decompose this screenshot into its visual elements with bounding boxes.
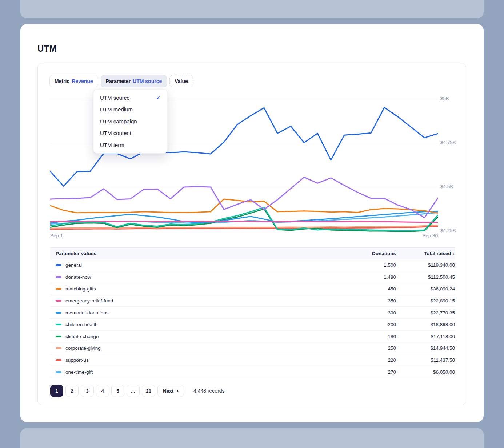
chart-line-donate-now <box>50 177 438 218</box>
series-color-swatch <box>56 288 61 290</box>
total-raised-value: $6,050.00 <box>396 369 455 375</box>
table-body: general1,500$119,340.00donate-now1,480$1… <box>50 259 455 378</box>
dropdown-item-utm-medium[interactable]: UTM medium <box>93 104 167 116</box>
series-color-swatch <box>56 336 61 337</box>
parameter-value-cell: donate-now <box>50 274 341 280</box>
column-header-donations[interactable]: Donations <box>341 251 396 256</box>
donations-value: 1,500 <box>341 262 396 268</box>
dropdown-item-label: UTM campaign <box>100 118 137 124</box>
table-header-row: Parameter values Donations Total raised↓ <box>50 247 455 259</box>
donations-value: 220 <box>341 357 396 363</box>
parameter-value-cell: emergency-relief-fund <box>50 298 341 304</box>
y-axis-label: $4.75K <box>440 140 466 145</box>
series-color-swatch <box>56 300 61 302</box>
parameter-value-label: matching-gifts <box>65 286 96 292</box>
total-raised-value: $11,437.50 <box>396 357 455 363</box>
page-button-5[interactable]: 5 <box>111 385 124 397</box>
donations-value: 250 <box>341 345 396 351</box>
utm-report-panel: Metric Revenue Parameter UTM source Valu… <box>37 63 466 405</box>
parameter-values-table: Parameter values Donations Total raised↓… <box>50 247 455 378</box>
dropdown-item-utm-campaign[interactable]: UTM campaign <box>93 115 167 127</box>
sort-desc-icon: ↓ <box>453 251 455 256</box>
total-raised-value: $112,500.45 <box>396 274 455 280</box>
donations-value: 450 <box>341 286 396 292</box>
y-axis-label: $4.25K <box>440 228 466 233</box>
table-row[interactable]: donate-now1,480$112,500.45 <box>50 271 455 284</box>
parameter-value-cell: one-time-gift <box>50 369 341 375</box>
parameter-value-label: memorial-donations <box>65 310 109 316</box>
page-button-21[interactable]: 21 <box>142 385 155 397</box>
parameter-value-cell: memorial-donations <box>50 310 341 316</box>
total-raised-value: $119,340.00 <box>396 262 455 268</box>
total-raised-value: $22,890.15 <box>396 298 455 304</box>
series-color-swatch <box>56 312 61 314</box>
parameter-dropdown-menu: UTM source✓UTM mediumUTM campaignUTM con… <box>93 89 168 154</box>
chevron-right-icon: › <box>176 388 179 394</box>
check-icon: ✓ <box>156 94 161 101</box>
donations-value: 1,480 <box>341 274 396 280</box>
parameter-value-label: children-health <box>65 322 98 327</box>
dropdown-item-label: UTM source <box>100 95 130 101</box>
table-row[interactable]: general1,500$119,340.00 <box>50 259 455 271</box>
dropdown-item-label: UTM content <box>100 130 131 136</box>
table-row[interactable]: one-time-gift270$6,050.00 <box>50 366 455 378</box>
table-row[interactable]: matching-gifts450$36,090.24 <box>50 283 455 295</box>
series-color-swatch <box>56 347 61 349</box>
column-header-total-raised[interactable]: Total raised↓ <box>396 251 455 256</box>
parameter-value-label: support-us <box>65 357 89 363</box>
donations-value: 300 <box>341 310 396 316</box>
parameter-value-cell: corporate-giving <box>50 345 341 351</box>
chart-line-one-time-gift <box>50 213 438 224</box>
chart-line-matching-gifts <box>50 199 438 213</box>
donations-value: 200 <box>341 322 396 327</box>
pagination: 12345...21 Next › 4,448 records <box>50 385 225 397</box>
table-row[interactable]: support-us220$11,437.50 <box>50 354 455 366</box>
donations-value: 270 <box>341 369 396 375</box>
parameter-value-cell: children-health <box>50 322 341 327</box>
y-axis-label: $5K <box>440 96 466 101</box>
page-button-4[interactable]: 4 <box>96 385 109 397</box>
parameter-value-cell: general <box>50 262 341 268</box>
parameter-value-cell: support-us <box>50 357 341 363</box>
parameter-value-label: donate-now <box>65 274 91 280</box>
y-axis-label: $4.5K <box>440 184 466 189</box>
dropdown-item-label: UTM term <box>100 142 124 148</box>
donations-value: 350 <box>341 298 396 304</box>
series-color-swatch <box>56 264 61 266</box>
page-button-1[interactable]: 1 <box>50 385 63 397</box>
dropdown-item-utm-term[interactable]: UTM term <box>93 139 167 151</box>
page-ellipsis-button[interactable]: ... <box>127 385 140 397</box>
parameter-value-label: one-time-gift <box>65 369 93 375</box>
page-button-3[interactable]: 3 <box>81 385 94 397</box>
donations-value: 180 <box>341 334 396 339</box>
bottom-app-band <box>20 428 484 448</box>
next-page-button[interactable]: Next › <box>157 385 184 397</box>
x-axis-start-label: Sep 1 <box>50 233 63 238</box>
table-row[interactable]: emergency-relief-fund350$22,890.15 <box>50 295 455 307</box>
page-title: UTM <box>37 44 57 54</box>
parameter-value-label: emergency-relief-fund <box>65 298 113 304</box>
parameter-value-label: climate-change <box>65 334 99 339</box>
parameter-value-label: corporate-giving <box>65 345 101 351</box>
total-raised-value: $22,770.35 <box>396 310 455 316</box>
top-app-band <box>20 0 484 18</box>
parameter-value-cell: matching-gifts <box>50 286 341 292</box>
dropdown-item-utm-source[interactable]: UTM source✓ <box>93 92 167 104</box>
table-row[interactable]: climate-change180$17,118.00 <box>50 331 455 343</box>
series-color-swatch <box>56 276 61 278</box>
parameter-value-cell: climate-change <box>50 334 341 339</box>
total-raised-value: $14,944.50 <box>396 345 455 351</box>
page-button-2[interactable]: 2 <box>65 385 79 397</box>
dropdown-item-utm-content[interactable]: UTM content <box>93 127 167 139</box>
table-row[interactable]: corporate-giving250$14,944.50 <box>50 342 455 354</box>
total-raised-value: $18,898.00 <box>396 322 455 327</box>
table-row[interactable]: memorial-donations300$22,770.35 <box>50 307 455 319</box>
page-buttons: 12345...21 <box>50 385 155 397</box>
series-color-swatch <box>56 359 61 361</box>
x-axis-end-label: Sep 30 <box>416 233 438 238</box>
table-row[interactable]: children-health200$18,898.00 <box>50 319 455 331</box>
series-color-swatch <box>56 371 61 373</box>
total-raised-value: $17,118.00 <box>396 334 455 339</box>
column-header-parameter-values[interactable]: Parameter values <box>50 251 341 256</box>
dropdown-item-label: UTM medium <box>100 106 133 112</box>
